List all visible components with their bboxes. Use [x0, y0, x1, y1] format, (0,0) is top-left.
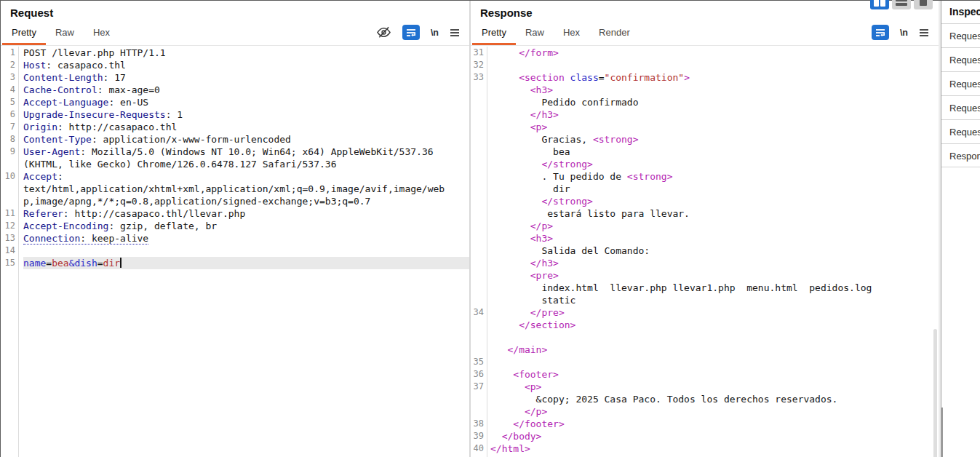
code-line: 3Content-Length: 17: [1, 71, 469, 84]
code-line: 5Accept-Language: en-US: [1, 96, 469, 108]
request-tab-hex[interactable]: Hex: [84, 23, 119, 45]
request-panel-header: Request PrettyRawHex \n: [1, 0, 469, 46]
eye-slash-icon[interactable]: [376, 25, 391, 39]
inspector-scrollbar[interactable]: [941, 408, 943, 457]
line-number: 10: [1, 170, 19, 183]
line-content: <p>: [490, 381, 939, 393]
line-number: [471, 393, 487, 405]
scrollbar-thumb[interactable]: [933, 329, 937, 457]
inspector-section-request-4[interactable]: Request: [941, 119, 980, 143]
line-content: <h3>: [490, 84, 939, 96]
pretty-print-button[interactable]: [402, 25, 420, 40]
code-line: </strong>: [471, 195, 939, 207]
response-tab-pretty[interactable]: Pretty: [472, 23, 516, 45]
pretty-print-button[interactable]: [872, 25, 889, 40]
code-line: 9User-Agent: Mozilla/5.0 (Windows NT 10.…: [1, 146, 469, 158]
inspector-section-request-0[interactable]: Request: [941, 23, 980, 47]
response-tab-raw[interactable]: Raw: [516, 23, 554, 45]
line-number: [471, 170, 487, 183]
code-line: 8Content-Type: application/x-www-form-ur…: [1, 133, 469, 146]
text-cursor: [120, 258, 121, 268]
code-line: <h3>: [471, 232, 939, 245]
line-content: <p>: [490, 121, 939, 133]
nonprintable-toggle[interactable]: \n: [900, 28, 908, 38]
layout-columns-button[interactable]: [870, 0, 889, 9]
line-number: [471, 207, 487, 220]
line-content: Host: casapaco.thl: [23, 59, 469, 71]
response-toolbar: \n: [872, 25, 929, 40]
inspector-section-request-1[interactable]: Request: [941, 47, 980, 71]
line-number: 34: [471, 306, 487, 319]
inspector-section-request-2[interactable]: Request: [941, 71, 980, 95]
request-tabbar: PrettyRawHex: [1, 23, 119, 45]
line-number: [471, 121, 487, 133]
request-tab-pretty[interactable]: Pretty: [2, 23, 46, 45]
request-tab-raw[interactable]: Raw: [46, 23, 84, 45]
request-panel: Request PrettyRawHex \n: [1, 0, 469, 457]
menu-icon[interactable]: [450, 28, 460, 37]
line-content: </strong>: [490, 195, 939, 207]
menu-icon[interactable]: [919, 28, 929, 37]
request-toolbar: \n: [376, 25, 460, 40]
line-content: static: [490, 294, 939, 306]
line-number: [1, 195, 19, 207]
line-content: </p>: [490, 220, 939, 232]
layout-single-button[interactable]: [914, 0, 933, 9]
inspector-section-response-5[interactable]: Response: [941, 143, 980, 167]
response-panel-header: Response PrettyRawHexRender \n: [471, 0, 939, 46]
response-panel: Response PrettyRawHexRender \n: [471, 0, 939, 457]
code-line: 10Accept:: [1, 170, 469, 183]
line-content: Origin: http://casapaco.thl: [23, 121, 469, 133]
line-content: User-Agent: Mozilla/5.0 (Windows NT 10.0…: [23, 146, 469, 158]
line-content: name=bea&dish=dir: [23, 257, 469, 269]
response-tab-render[interactable]: Render: [589, 23, 640, 45]
line-content: [490, 331, 939, 343]
code-line: 15name=bea&dish=dir: [1, 257, 469, 269]
line-number: [471, 96, 487, 108]
layout-rows-button[interactable]: [892, 0, 911, 9]
line-content: <footer>: [490, 368, 939, 381]
line-number: [471, 84, 487, 96]
line-content: Cache-Control: max-age=0: [23, 84, 469, 96]
line-content: </main>: [490, 343, 939, 356]
line-content: Accept:: [23, 170, 469, 183]
line-number: [471, 158, 487, 170]
code-line: <pre>: [471, 269, 939, 282]
layout-switcher: [870, 0, 933, 9]
code-line: 6Upgrade-Insecure-Requests: 1: [1, 108, 469, 121]
code-line: 34 </pre>: [471, 306, 939, 319]
code-line: Salida del Comando:: [471, 245, 939, 257]
line-content: Content-Type: application/x-www-form-url…: [23, 133, 469, 146]
nonprintable-toggle[interactable]: \n: [431, 28, 439, 38]
line-number: [1, 158, 19, 170]
line-content: <section class="confirmation">: [490, 71, 939, 84]
line-content: p,image/apng,*/*;q=0.8,application/signe…: [23, 195, 469, 207]
code-line: bea: [471, 146, 939, 158]
line-content: Pedido confirmado: [490, 96, 939, 108]
line-number: [471, 331, 487, 343]
single-pane-icon: [920, 0, 927, 6]
inspector-title: Inspect: [941, 0, 980, 23]
code-line: </strong>: [471, 158, 939, 170]
line-content: </p>: [490, 405, 939, 418]
code-line: 12Accept-Encoding: gzip, deflate, br: [1, 220, 469, 232]
line-content: <pre>: [490, 269, 939, 282]
code-line: 2Host: casapaco.thl: [1, 59, 469, 71]
line-content: Referer: http://casapaco.thl/llevar.php: [23, 207, 469, 220]
line-content: Accept-Encoding: gzip, deflate, br: [23, 220, 469, 232]
line-content: </form>: [490, 47, 939, 59]
response-tab-hex[interactable]: Hex: [554, 23, 589, 45]
line-number: 33: [471, 71, 487, 84]
line-number: 4: [1, 84, 19, 96]
code-line: &copy; 2025 Casa Paco. Todos los derecho…: [471, 393, 939, 405]
line-content: index.html llevar.php llevar1.php menu.h…: [490, 282, 939, 294]
request-editor[interactable]: 1POST /llevar.php HTTP/1.12Host: casapac…: [1, 47, 469, 457]
line-number: 7: [1, 121, 19, 133]
code-line: 14: [1, 245, 469, 257]
response-editor[interactable]: 31 </form>3233 <section class="confirmat…: [471, 47, 939, 457]
line-number: [471, 133, 487, 146]
inspector-section-request-3[interactable]: Request: [941, 95, 980, 119]
code-line: 33 <section class="confirmation">: [471, 71, 939, 84]
response-panel-title: Response: [480, 7, 533, 19]
line-number: 14: [1, 245, 19, 257]
